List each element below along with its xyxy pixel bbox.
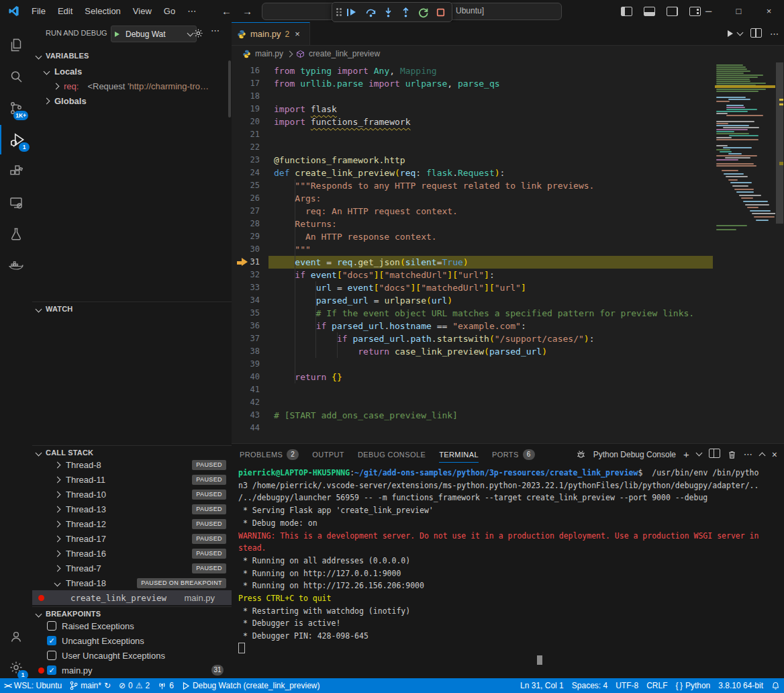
code-line[interactable]: 28 Returns: bbox=[232, 218, 784, 230]
line-number[interactable]: 37 bbox=[232, 332, 260, 345]
panel-tab-problems[interactable]: PROBLEMS2 bbox=[240, 444, 299, 465]
start-debug-icon[interactable] bbox=[115, 32, 122, 37]
line-number[interactable]: 28 bbox=[232, 218, 260, 230]
terminal-dropdown-icon[interactable] bbox=[695, 450, 702, 457]
code-line[interactable]: 38 return case_link_preview(parsed_url) bbox=[232, 345, 784, 358]
continue-button[interactable] bbox=[346, 5, 360, 19]
stop-button[interactable] bbox=[433, 5, 448, 19]
watch-section-header[interactable]: WATCH bbox=[32, 302, 232, 316]
line-number[interactable]: 31 bbox=[232, 256, 260, 269]
minimize-button[interactable]: ─ bbox=[693, 0, 724, 22]
breakpoint-checkbox[interactable]: ✓ bbox=[47, 665, 56, 675]
remote-indicator[interactable]: >< WSL: Ubuntu bbox=[0, 678, 66, 693]
kill-terminal-icon[interactable] bbox=[728, 450, 736, 459]
breakpoint-row[interactable]: ✓main.py31 bbox=[32, 663, 232, 678]
code-line[interactable]: 35 # If the event object URL matches a s… bbox=[232, 307, 784, 320]
tab-close-icon[interactable]: × bbox=[295, 29, 300, 39]
call-stack-thread[interactable]: Thread-7PAUSED bbox=[32, 561, 232, 575]
remote-explorer-icon[interactable] bbox=[0, 188, 32, 218]
accounts-icon[interactable] bbox=[0, 622, 32, 651]
code-line[interactable]: 17from urllib.parse import urlparse, par… bbox=[232, 77, 784, 90]
line-number[interactable]: 30 bbox=[232, 243, 260, 256]
code-line[interactable]: 16from typing import Any, Mapping bbox=[232, 64, 784, 77]
code-line[interactable]: 19import flask bbox=[232, 103, 784, 116]
code-line[interactable]: 34 parsed_url = urlparse(url) bbox=[232, 294, 784, 307]
panel-tab-output[interactable]: OUTPUT bbox=[312, 444, 344, 465]
drag-grip-icon[interactable] bbox=[336, 8, 342, 16]
line-number[interactable]: 44 bbox=[232, 422, 260, 434]
line-number[interactable]: 34 bbox=[232, 294, 260, 307]
step-out-button[interactable] bbox=[398, 5, 413, 19]
back-arrow-icon[interactable]: ← bbox=[222, 5, 232, 17]
code-line[interactable]: 18 bbox=[232, 90, 784, 103]
code-line[interactable]: 21 bbox=[232, 128, 784, 141]
line-number[interactable]: 25 bbox=[232, 179, 260, 192]
step-over-button[interactable] bbox=[363, 5, 378, 19]
call-stack-thread[interactable]: Thread-12PAUSED bbox=[32, 516, 232, 531]
code-line[interactable]: 32 if event["docs"]["matchedUrl"]["url"]… bbox=[232, 269, 784, 281]
line-number[interactable]: 42 bbox=[232, 396, 260, 409]
menu-edit[interactable]: Edit bbox=[52, 4, 79, 19]
line-number[interactable]: 18 bbox=[232, 90, 260, 103]
menu-go[interactable]: Go bbox=[158, 4, 181, 19]
call-stack-thread[interactable]: Thread-10PAUSED bbox=[32, 487, 232, 502]
line-number[interactable]: 40 bbox=[232, 371, 260, 383]
explorer-icon[interactable] bbox=[0, 30, 32, 60]
line-number[interactable]: 32 bbox=[232, 269, 260, 281]
split-terminal-icon[interactable] bbox=[709, 449, 720, 460]
scrollbar-thumb[interactable] bbox=[776, 62, 783, 224]
line-number[interactable]: 36 bbox=[232, 320, 260, 332]
code-line[interactable]: 22 bbox=[232, 141, 784, 154]
code-line[interactable]: 41 bbox=[232, 383, 784, 396]
restart-button[interactable] bbox=[415, 5, 430, 19]
tab-main-py[interactable]: main.py 2 × bbox=[232, 22, 310, 45]
editor-more-actions-icon[interactable]: ⋯ bbox=[770, 29, 779, 39]
run-python-file-icon[interactable] bbox=[728, 30, 742, 37]
minimap[interactable] bbox=[715, 62, 775, 443]
line-number[interactable]: 19 bbox=[232, 103, 260, 116]
breakpoint-row[interactable]: Raised Exceptions bbox=[32, 618, 232, 633]
line-number[interactable]: 23 bbox=[232, 154, 260, 167]
code-line[interactable]: 20import functions_framework bbox=[232, 116, 784, 128]
maximize-panel-icon[interactable] bbox=[758, 453, 765, 459]
call-stack-thread[interactable]: Thread-18PAUSED ON BREAKPOINT bbox=[32, 575, 232, 590]
breakpoint-checkbox[interactable] bbox=[47, 651, 56, 660]
line-number[interactable]: 20 bbox=[232, 116, 260, 128]
problems-status[interactable]: ⊘ 0 ⚠ 2 bbox=[115, 678, 154, 693]
toggle-secondary-sidebar-icon[interactable] bbox=[667, 7, 678, 16]
code-line[interactable]: 29 An HTTP response context. bbox=[232, 230, 784, 243]
code-line[interactable]: 37 if parsed_url.path.startswith("/suppo… bbox=[232, 332, 784, 345]
code-line[interactable]: 30 """ bbox=[232, 243, 784, 256]
variable-req[interactable]: req: <Request 'http://charming-tro… bbox=[32, 79, 232, 93]
menu-[interactable]: ⋯ bbox=[181, 4, 202, 19]
views-more-actions-icon[interactable]: ⋯ bbox=[211, 26, 219, 36]
panel-tab-debug-console[interactable]: DEBUG CONSOLE bbox=[358, 444, 426, 465]
breakpoint-checkbox[interactable] bbox=[47, 621, 56, 631]
line-number[interactable]: 29 bbox=[232, 230, 260, 243]
language-mode[interactable]: { }Python bbox=[672, 678, 715, 693]
line-number[interactable]: 27 bbox=[232, 205, 260, 218]
panel-tab-ports[interactable]: PORTS6 bbox=[492, 444, 535, 465]
menu-selection[interactable]: Selection bbox=[79, 4, 126, 19]
code-line[interactable]: 36 if parsed_url.hostname == "example.co… bbox=[232, 320, 784, 332]
breakpoint-row[interactable]: ✓Uncaught Exceptions bbox=[32, 633, 232, 648]
variables-section-header[interactable]: VARIABLES bbox=[32, 49, 232, 62]
code-line[interactable]: 27 req: An HTTP request context. bbox=[232, 205, 784, 218]
line-number[interactable]: 41 bbox=[232, 383, 260, 396]
code-line[interactable]: 24def create_link_preview(req: flask.Req… bbox=[232, 167, 784, 179]
search-icon[interactable] bbox=[0, 62, 32, 91]
testing-icon[interactable] bbox=[0, 220, 32, 249]
toggle-sidebar-icon[interactable] bbox=[621, 7, 632, 16]
breakpoint-checkbox[interactable]: ✓ bbox=[47, 636, 56, 645]
line-number[interactable]: 22 bbox=[232, 141, 260, 154]
variables-scope-globals[interactable]: Globals bbox=[32, 93, 232, 108]
python-interpreter[interactable]: 3.8.10 64-bit bbox=[714, 678, 767, 693]
code-line[interactable]: 40 return {} bbox=[232, 371, 784, 383]
code-editor[interactable]: 16from typing import Any, Mapping17from … bbox=[232, 62, 784, 443]
menu-file[interactable]: File bbox=[26, 4, 52, 19]
new-terminal-icon[interactable]: + bbox=[683, 449, 689, 460]
line-number[interactable]: 26 bbox=[232, 192, 260, 205]
maximize-button[interactable]: □ bbox=[724, 0, 754, 22]
eol-sequence[interactable]: CRLF bbox=[642, 678, 671, 693]
code-line[interactable]: 31 event = req.get_json(silent=True) bbox=[232, 256, 784, 269]
